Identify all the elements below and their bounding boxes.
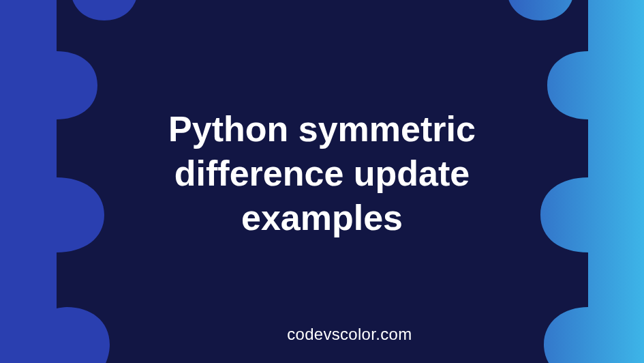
banner-canvas: Python symmetric difference update examp… — [0, 0, 644, 363]
site-credit: codevscolor.com — [287, 325, 412, 344]
banner-title: Python symmetric difference update examp… — [104, 107, 540, 240]
